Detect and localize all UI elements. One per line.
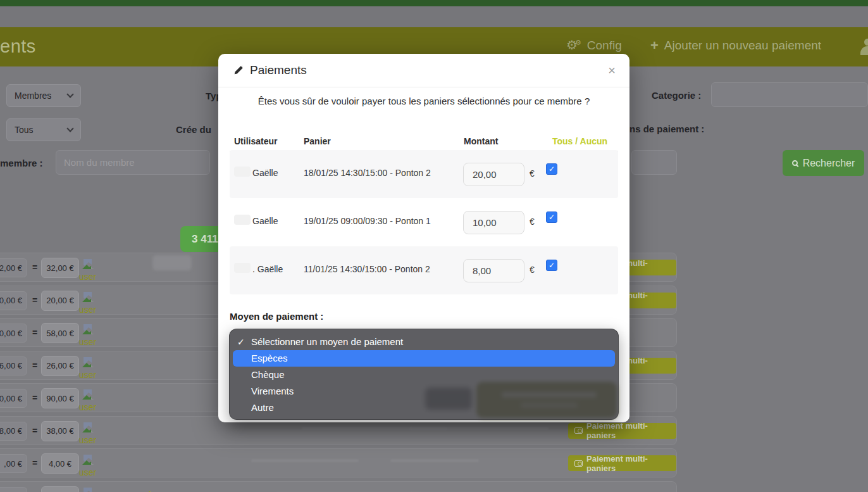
column-header-basket: Panier bbox=[304, 136, 331, 146]
amount-paid-pill: 32,00 € bbox=[41, 258, 79, 278]
plus-icon: + bbox=[650, 39, 659, 53]
dropdown-option[interactable]: Autre bbox=[230, 400, 618, 416]
amount-original-pill: 0,00 € bbox=[0, 291, 27, 310]
edit-user-icon[interactable] bbox=[81, 454, 95, 466]
redacted-strip bbox=[251, 459, 359, 462]
redacted-strip bbox=[390, 459, 479, 462]
member-name-link[interactable]: JOLY Th bbox=[116, 489, 154, 492]
equals-sign: = bbox=[32, 458, 37, 468]
chevron-down-icon bbox=[66, 125, 73, 132]
gears-icon: ⚙⚙ bbox=[566, 39, 581, 53]
add-payment-button[interactable]: + Ajouter un nouveau paiement bbox=[650, 39, 821, 53]
multi-basket-payment-badge[interactable]: Paiement multi-paniers bbox=[568, 423, 676, 439]
user-icon[interactable] bbox=[859, 39, 868, 55]
edit-user-icon[interactable] bbox=[81, 487, 95, 492]
edit-user-icon[interactable] bbox=[81, 389, 95, 401]
config-button-label: Config bbox=[587, 39, 622, 53]
category-label: Categorie : bbox=[652, 90, 701, 101]
table-row: Gaëlle 19/01/25 09:00/09:30 - Ponton 1 €… bbox=[230, 198, 618, 246]
edit-user-icon[interactable] bbox=[81, 258, 95, 270]
category-input[interactable] bbox=[711, 82, 868, 107]
row-user: Gaëlle bbox=[252, 216, 278, 226]
add-payment-button-label: Ajouter un nouveau paiement bbox=[664, 39, 821, 53]
amount-input[interactable] bbox=[463, 211, 524, 234]
config-button[interactable]: ⚙⚙ Config bbox=[566, 39, 622, 53]
status-select[interactable]: Tous bbox=[6, 118, 81, 141]
equals-sign: = bbox=[32, 327, 37, 337]
equals-sign: = bbox=[32, 426, 37, 436]
search-button-label: Rechercher bbox=[803, 158, 855, 169]
payment-means-label: ns de paiement : bbox=[629, 123, 704, 134]
window-strip bbox=[0, 6, 868, 27]
payment-method-dropdown: ✓ Sélectionner un moyen de paiement Espè… bbox=[229, 329, 619, 420]
amount-original-pill: 0,00 € bbox=[0, 389, 27, 408]
amount-input[interactable] bbox=[463, 163, 524, 186]
column-header-user: Utilisateur bbox=[234, 136, 277, 146]
user-link[interactable]: user bbox=[79, 467, 96, 477]
confirmation-text: Êtes vous sûr de vouloir payer tous les … bbox=[218, 96, 629, 106]
currency-label: € bbox=[530, 168, 535, 179]
payment-method-label: Moyen de paiement : bbox=[230, 311, 323, 322]
equals-sign: = bbox=[32, 393, 37, 403]
check-icon: ✓ bbox=[237, 334, 245, 350]
top-navbar bbox=[0, 0, 868, 6]
column-header-toggle-all[interactable]: Tous / Aucun bbox=[552, 136, 607, 146]
amount-paid-pill: 38,00 € bbox=[41, 421, 79, 441]
redacted-blob bbox=[152, 255, 192, 270]
chevron-down-icon bbox=[66, 91, 73, 98]
edit-user-icon[interactable] bbox=[81, 356, 95, 369]
search-button[interactable]: Rechercher bbox=[783, 150, 864, 176]
amount-paid-pill: ,00 € bbox=[41, 486, 79, 492]
user-link[interactable]: user bbox=[79, 402, 96, 412]
redacted-name bbox=[234, 215, 251, 225]
page-title: ents bbox=[0, 36, 36, 57]
members-select[interactable]: Membres bbox=[6, 84, 81, 107]
amount-paid-pill: 90,00 € bbox=[41, 388, 79, 408]
edit-user-icon[interactable] bbox=[81, 291, 95, 303]
row-basket: 19/01/25 09:00/09:30 - Ponton 1 bbox=[304, 216, 431, 226]
payment-list-row: ,00 € = 4,00 € user Paiement multi-panie… bbox=[0, 448, 677, 477]
dropdown-option-highlighted[interactable]: Espèces bbox=[233, 350, 615, 367]
row-basket: 18/01/25 14:30/15:00 - Ponton 2 bbox=[304, 168, 431, 178]
equals-sign: = bbox=[32, 262, 37, 272]
members-select-value: Membres bbox=[15, 91, 51, 101]
table-row: Gaëlle 18/01/25 14:30/15:00 - Ponton 2 €… bbox=[230, 150, 618, 198]
dropdown-option[interactable]: Virements bbox=[230, 383, 618, 400]
dropdown-option[interactable]: Chèque bbox=[230, 367, 618, 383]
amount-input[interactable] bbox=[463, 259, 524, 282]
member-name-input[interactable] bbox=[56, 150, 210, 175]
user-link[interactable]: user bbox=[79, 337, 96, 347]
user-link[interactable]: user bbox=[79, 435, 96, 445]
equals-sign: = bbox=[32, 295, 37, 305]
amount-original-pill: ,00 € bbox=[0, 454, 27, 473]
user-link[interactable]: user bbox=[79, 370, 96, 380]
banknote-icon bbox=[574, 460, 583, 467]
multi-basket-payment-badge[interactable]: Paiement multi-paniers bbox=[568, 455, 676, 471]
amount-paid-pill: 4,00 € bbox=[41, 453, 79, 474]
amount-original-pill: 6,00 € bbox=[0, 356, 27, 375]
banknote-icon bbox=[574, 427, 583, 434]
amount-paid-pill: 58,00 € bbox=[41, 323, 79, 343]
dropdown-option[interactable]: ✓ Sélectionner un moyen de paiement bbox=[230, 334, 618, 350]
edit-user-icon[interactable] bbox=[81, 324, 95, 336]
modal-header: Paiements × bbox=[218, 54, 629, 87]
table-row: . Gaëlle 11/01/25 14:30/15:00 - Ponton 2… bbox=[230, 246, 618, 294]
row-checkbox[interactable]: ✓ bbox=[546, 211, 557, 223]
row-checkbox[interactable]: ✓ bbox=[546, 260, 557, 271]
amount-original-pill: ,00 € bbox=[0, 487, 27, 492]
column-header-amount: Montant bbox=[464, 136, 498, 146]
row-user: Gaëlle bbox=[252, 168, 278, 178]
redacted-name bbox=[234, 263, 251, 273]
amount-original-pill: 8,00 € bbox=[0, 422, 27, 441]
search-icon bbox=[792, 160, 798, 166]
row-user: . Gaëlle bbox=[252, 264, 283, 274]
payment-list-row: ,00 € = ,00 € JOLY Th bbox=[0, 481, 677, 492]
user-link[interactable]: user bbox=[79, 272, 96, 282]
redacted-strip bbox=[409, 427, 549, 430]
created-from-label: Crée du bbox=[176, 124, 211, 135]
edit-user-icon[interactable] bbox=[81, 422, 95, 434]
payment-means-input[interactable] bbox=[631, 150, 677, 175]
user-link[interactable]: user bbox=[79, 305, 96, 315]
close-icon[interactable]: × bbox=[608, 64, 616, 77]
row-checkbox[interactable]: ✓ bbox=[546, 163, 557, 175]
